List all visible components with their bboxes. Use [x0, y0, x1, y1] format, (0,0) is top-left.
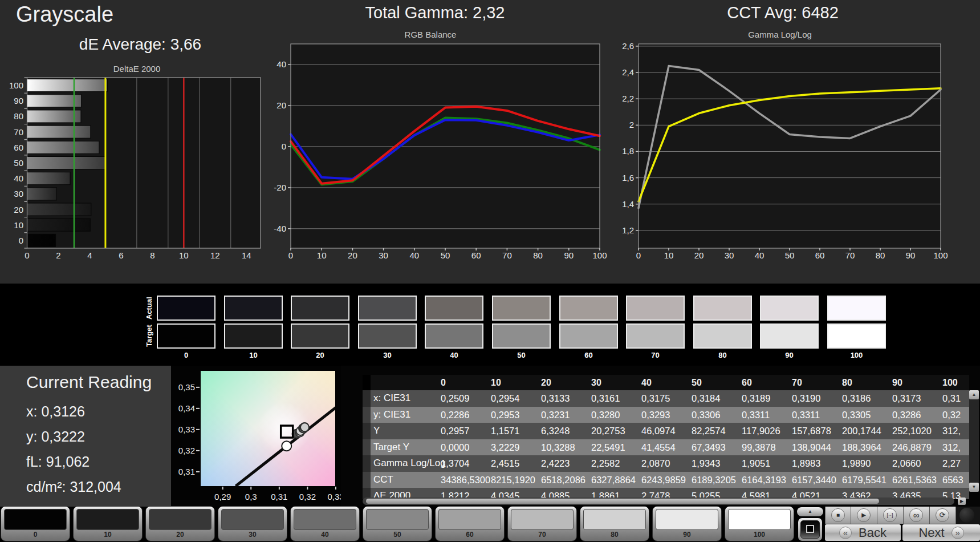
ytick-label: 1,6 — [622, 173, 634, 183]
table-horizontal-scrollbar[interactable] — [363, 497, 954, 505]
table-gutter-cell — [363, 390, 371, 407]
reading-fl-value: fL: 91,062 — [26, 454, 90, 470]
pattern-level-button-30[interactable]: 30 — [218, 507, 287, 541]
pattern-window-button[interactable] — [798, 518, 822, 541]
next-button-label: Next — [918, 525, 944, 540]
pattern-level-button-100[interactable]: 100 — [725, 507, 794, 541]
target-swatch-100 — [827, 323, 886, 349]
ytick-label: 1,2 — [622, 225, 634, 235]
pattern-level-button-0[interactable]: 0 — [1, 507, 70, 541]
pattern-level-swatch-0 — [4, 509, 67, 530]
back-button-label: Back — [859, 525, 887, 540]
table-cell: 2,4515 — [487, 455, 537, 472]
table-cell: 1,3704 — [437, 455, 487, 472]
play-icon: ▶ — [857, 508, 871, 522]
table-cell: 117,9026 — [738, 423, 788, 439]
next-chevron-icon: » — [951, 527, 964, 539]
pattern-level-button-20[interactable]: 20 — [146, 507, 214, 541]
ytick-label: -20 — [274, 183, 286, 192]
pattern-range-button[interactable]: [··] — [877, 507, 904, 524]
rgb-balance-chart: 40200-20-400102030405060708090100 — [268, 0, 610, 284]
scroll-up-icon[interactable]: ▲ — [969, 390, 979, 399]
pattern-level-label: 30 — [218, 531, 287, 539]
target-marker — [281, 426, 293, 438]
play-button[interactable]: ▶ — [851, 507, 877, 524]
table-row-label: Y — [371, 423, 437, 439]
pattern-level-label: 10 — [74, 531, 142, 539]
cie-ytick-label: 0,34 — [178, 403, 195, 413]
actual-swatch-30 — [358, 296, 417, 321]
pattern-level-label: 60 — [436, 531, 504, 539]
pattern-level-swatch-60 — [438, 509, 501, 530]
xtick-label: 90 — [906, 250, 916, 260]
xtick-label: 50 — [441, 250, 450, 260]
table-cell: 0,31 — [938, 390, 969, 407]
pattern-level-button-50[interactable]: 50 — [363, 507, 432, 541]
table-row: Target Y0,00003,222910,328822,549141,455… — [363, 439, 969, 456]
table-cell: 0,3305 — [838, 407, 888, 423]
xtick-label: 0 — [288, 250, 293, 260]
cie-xtick-label: 0,31 — [271, 492, 287, 501]
table-cell: 0,3231 — [537, 407, 587, 423]
horizontal-scroll-thumb[interactable] — [366, 499, 879, 504]
table-row-label: y: CIE31 — [371, 407, 437, 423]
refresh-icon: ⟳ — [936, 508, 949, 522]
scroll-down-icon[interactable]: ▼ — [969, 483, 979, 492]
pattern-level-button-90[interactable]: 90 — [653, 507, 721, 541]
actual-row-label: Actual — [144, 296, 154, 321]
pattern-level-swatch-30 — [221, 509, 284, 530]
table-header-row: 0102030405060708090100 — [363, 375, 969, 390]
de-ytick-label: 10 — [14, 220, 23, 230]
collapse-toolbar-button[interactable]: ▲ — [797, 507, 823, 516]
de-bar-30 — [27, 188, 57, 200]
table-cell: 0,3280 — [587, 407, 637, 423]
continuous-button[interactable]: ∞ — [904, 507, 930, 524]
refresh-button[interactable]: ⟳ — [930, 507, 956, 524]
table-cell: 2,2582 — [587, 455, 637, 472]
pattern-level-button-40[interactable]: 40 — [291, 507, 359, 541]
pattern-level-button-70[interactable]: 70 — [508, 507, 576, 541]
ytick-label: 1,4 — [622, 199, 634, 209]
target-swatch-60 — [559, 323, 618, 349]
back-button[interactable]: « Back — [825, 524, 901, 541]
actual-swatch-70 — [626, 296, 685, 321]
cie-chromaticity-panel: 0,350,340,330,320,310,290,30,310,320,33 — [171, 366, 341, 507]
table-cell: 0,2509 — [437, 390, 487, 407]
pattern-level-button-10[interactable]: 10 — [74, 507, 142, 541]
table-vertical-scrollbar[interactable]: ▲ ▼ — [969, 390, 979, 492]
swatch-level-label: 100 — [827, 351, 886, 359]
scroll-right-icon[interactable]: ▶ — [958, 497, 966, 505]
de-xtick-label: 6 — [119, 250, 123, 260]
table-cell: 0,2286 — [437, 407, 487, 423]
pattern-level-button-60[interactable]: 60 — [436, 507, 504, 541]
swatch-level-label: 0 — [157, 351, 215, 359]
pattern-level-button-80[interactable]: 80 — [580, 507, 649, 541]
pattern-level-swatch-10 — [76, 509, 139, 530]
xtick-label: 10 — [664, 250, 674, 260]
status-plate — [956, 507, 980, 524]
xtick-label: 10 — [317, 250, 327, 260]
table-cell: 1,8983 — [788, 455, 838, 472]
swatch-level-label: 10 — [224, 351, 283, 359]
table-cell: 0,0000 — [437, 439, 487, 456]
table-cell: 2,27 — [938, 455, 969, 472]
stop-button[interactable]: ■ — [825, 507, 851, 524]
table-cell: 22,5491 — [587, 439, 637, 456]
table-cell: 34386,5300 — [437, 472, 487, 488]
xtick-label: 60 — [471, 250, 481, 260]
cie-xtick-label: 0,33 — [327, 492, 341, 501]
next-button[interactable]: Next » — [902, 524, 980, 541]
de-bar-80 — [27, 110, 81, 123]
table-cell: 157,6878 — [788, 423, 838, 439]
table-cell: 6518,2086 — [537, 472, 587, 488]
table-header-cell: 50 — [688, 375, 738, 390]
table-cell: 0,3306 — [688, 407, 738, 423]
de-bar-20 — [27, 203, 91, 216]
de-bar-90 — [27, 95, 82, 107]
table-cell: 0,3293 — [637, 407, 688, 423]
table-gutter-cell — [363, 375, 371, 390]
table-gutter-cell — [363, 423, 371, 439]
cie-xtick-label: 0,3 — [245, 492, 257, 501]
back-chevron-icon: « — [839, 527, 852, 539]
table-header-cell: 10 — [487, 375, 537, 390]
